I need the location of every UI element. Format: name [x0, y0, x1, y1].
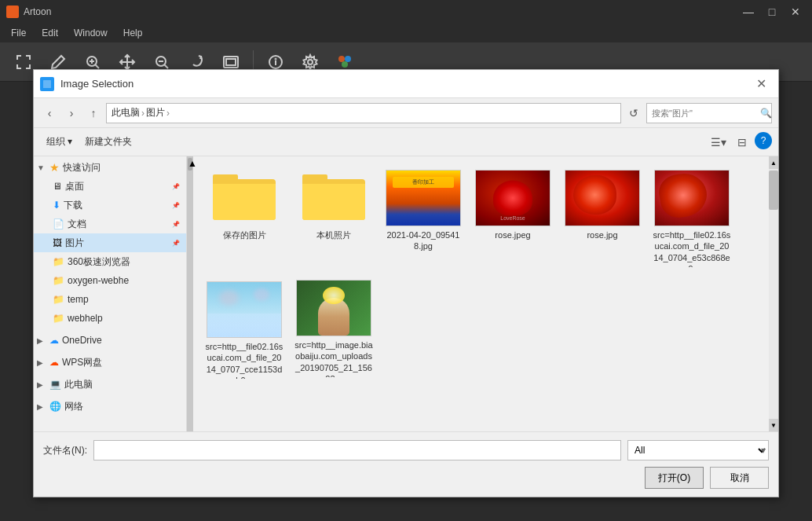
menu-file[interactable]: File — [5, 26, 32, 40]
sidebar-quick-access[interactable]: ▼ ★ 快速访问 — [34, 158, 186, 177]
scroll-thumb[interactable] — [769, 171, 778, 210]
sidebar-item-desktop[interactable]: 🖥 桌面 📌 — [34, 177, 186, 196]
documents-label: 文档 — [68, 218, 169, 231]
img1-thumbnail: 香印加工 — [386, 170, 461, 226]
img6-thumbnail — [296, 280, 371, 336]
pin-icon: 📌 — [172, 183, 180, 190]
scroll-up[interactable]: ▲ — [769, 156, 778, 169]
app-titlebar: Artoon — □ ✕ — [0, 0, 812, 24]
search-input[interactable] — [652, 108, 760, 118]
filetype-select[interactable]: All JPEG PNG BMP GIF — [627, 440, 769, 460]
file-item-img3[interactable]: rose.jpg — [559, 164, 646, 273]
scrollbar[interactable]: ▲ ▼ — [769, 156, 778, 431]
new-folder-button[interactable]: 新建文件夹 — [79, 132, 138, 152]
folder-icon — [213, 173, 276, 223]
refresh-button[interactable]: ↺ — [624, 104, 643, 123]
dialog-title: Image Selection — [60, 78, 750, 90]
sidebar-item-onedrive[interactable]: ▶ ☁ OneDrive — [34, 331, 186, 350]
view-pane-button[interactable]: ⊟ — [731, 132, 753, 152]
filetype-select-wrapper: All JPEG PNG BMP GIF ▾ — [627, 440, 769, 460]
path-root[interactable]: 此电脑 — [112, 106, 140, 119]
path-folder[interactable]: 图片 — [146, 106, 165, 119]
organize-button[interactable]: 组织 ▾ — [40, 132, 79, 152]
thispc-section: ▶ 💻 此电脑 — [34, 373, 186, 395]
webhelp-label: webhelp — [68, 313, 180, 324]
file-toolbar: 组织 ▾ 新建文件夹 ☰▾ ⊟ ? — [34, 128, 778, 156]
scroll-up-btn[interactable]: ▲ — [188, 158, 192, 171]
filename-input[interactable] — [93, 440, 621, 460]
oxygen-label: oxygen-webhe — [68, 275, 180, 286]
sidebar-item-temp[interactable]: 📁 temp — [34, 290, 186, 309]
img4-name: src=http__file02.16sucai.com_d_file_2014… — [653, 229, 731, 267]
help-button[interactable]: ? — [755, 132, 772, 149]
downloads-label: 下载 — [64, 199, 169, 212]
nav-up-button[interactable]: ↑ — [84, 104, 103, 123]
svg-line-7 — [165, 64, 169, 68]
sidebar-item-downloads[interactable]: ⬇ 下载 📌 — [34, 196, 186, 215]
menu-help[interactable]: Help — [117, 26, 149, 40]
img5-name: src=http__file02.16sucai.com_d_file_2014… — [205, 341, 283, 379]
address-bar: ‹ › ↑ 此电脑 › 图片 › ↺ 🔍 — [34, 98, 778, 128]
menu-window[interactable]: Window — [68, 26, 114, 40]
menu-edit[interactable]: Edit — [35, 26, 64, 40]
browser-label: 360极速浏览器 — [68, 255, 180, 269]
browser-icon: 📁 — [53, 256, 64, 267]
file-item-folder2[interactable]: 本机照片 — [291, 164, 377, 273]
downloads-icon: ⬇ — [53, 200, 60, 211]
nav-back-button[interactable]: ‹ — [40, 104, 59, 123]
expand-arrow: ▼ — [37, 163, 46, 172]
minimize-button[interactable]: — — [738, 3, 759, 20]
img3-thumbnail — [565, 170, 640, 226]
file-item-img6[interactable]: src=http__image.biaobaiju.com_uploads_20… — [291, 274, 377, 383]
pin-icon4: 📌 — [172, 240, 180, 247]
button-row: 打开(O) 取消 — [43, 467, 769, 489]
network-section: ▶ 🌐 网络 — [34, 395, 186, 417]
app-icon — [6, 6, 19, 18]
wps-label: WPS网盘 — [62, 356, 180, 369]
filename-label: 文件名(N): — [43, 444, 87, 457]
sidebar-item-oxygen[interactable]: 📁 oxygen-webhe — [34, 271, 186, 290]
view-options-button[interactable]: ☰▾ — [708, 132, 730, 152]
onedrive-label: OneDrive — [62, 335, 180, 346]
sidebar-item-webhelp[interactable]: 📁 webhelp — [34, 309, 186, 328]
dialog-close-button[interactable]: ✕ — [750, 73, 772, 95]
image-selection-dialog: Image Selection ✕ ‹ › ↑ 此电脑 › 图片 › ↺ 🔍 组… — [33, 69, 779, 497]
svg-rect-19 — [43, 80, 51, 88]
thispc-label: 此电脑 — [64, 378, 180, 391]
open-button[interactable]: 打开(O) — [645, 467, 704, 489]
cancel-button[interactable]: 取消 — [710, 467, 769, 489]
temp-label: temp — [68, 294, 180, 305]
folder2-thumbnail — [296, 170, 371, 226]
address-path[interactable]: 此电脑 › 图片 › — [106, 103, 621, 123]
folder2-name: 本机照片 — [316, 229, 351, 240]
sidebar-item-wps[interactable]: ▶ ☁ WPS网盘 — [34, 353, 186, 372]
file-item-img2[interactable]: LoveRose rose.jpeg — [470, 164, 556, 273]
sidebar-item-pictures[interactable]: 🖼 图片 📌 — [34, 233, 186, 252]
nav-forward-button[interactable]: › — [62, 104, 81, 123]
svg-point-15 — [338, 56, 345, 62]
img3-name: rose.jpg — [587, 229, 617, 240]
pictures-label: 图片 — [65, 237, 169, 250]
pin-icon3: 📌 — [172, 221, 180, 228]
maximize-button[interactable]: □ — [762, 3, 782, 20]
sidebar-item-browser[interactable]: 📁 360极速浏览器 — [34, 252, 186, 271]
scroll-down[interactable]: ▼ — [769, 419, 778, 431]
svg-point-16 — [345, 56, 351, 62]
svg-point-17 — [342, 61, 348, 68]
file-area: ▲ 保存的图片 — [187, 156, 778, 431]
wps-icon: ☁ — [49, 357, 59, 368]
sidebar-item-thispc[interactable]: ▶ 💻 此电脑 — [34, 375, 186, 394]
sidebar-item-documents[interactable]: 📄 文档 📌 — [34, 215, 186, 233]
folder1-name: 保存的图片 — [223, 229, 266, 240]
sidebar: ▼ ★ 快速访问 🖥 桌面 📌 ⬇ 下载 📌 📄 文档 📌 — [34, 156, 187, 431]
file-item-folder1[interactable]: 保存的图片 — [201, 164, 287, 273]
file-item-img4[interactable]: src=http__file02.16sucai.com_d_file_2014… — [649, 164, 735, 273]
documents-icon: 📄 — [53, 218, 64, 229]
img5-thumbnail — [207, 281, 282, 338]
file-item-img5[interactable]: src=http__file02.16sucai.com_d_file_2014… — [201, 276, 287, 384]
webhelp-icon: 📁 — [53, 313, 64, 324]
app-close-button[interactable]: ✕ — [785, 3, 806, 20]
temp-icon: 📁 — [53, 294, 64, 305]
sidebar-item-network[interactable]: ▶ 🌐 网络 — [34, 397, 186, 416]
file-item-img1[interactable]: 香印加工 2021-04-20_095418.jpg — [380, 164, 466, 273]
